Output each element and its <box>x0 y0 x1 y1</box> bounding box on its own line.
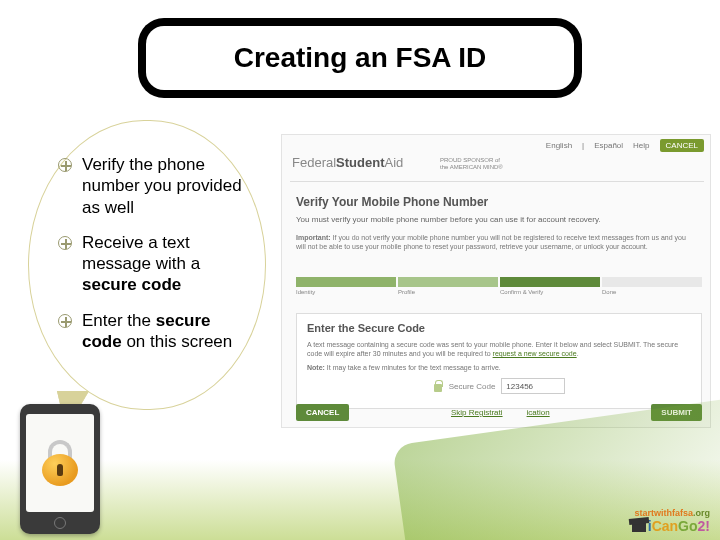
lock-icon <box>433 380 443 392</box>
cango-go: Go <box>678 518 697 534</box>
bullet-list: Verify the phone number you provided as … <box>58 154 248 366</box>
footer-logos: startwithfafsa.org iCanGo2! <box>632 508 710 534</box>
graduation-cap-icon <box>632 522 646 532</box>
skip-registration-link[interactable]: Skip Registrati <box>451 408 503 417</box>
cango-can: Can <box>652 518 678 534</box>
bullet-pre: Verify the phone number you provided as … <box>82 155 242 217</box>
bullet-pre: Receive a text message with a <box>82 233 200 273</box>
secure-code-input[interactable]: 123456 <box>501 378 565 394</box>
panel-title: Enter the Secure Code <box>307 322 691 334</box>
divider <box>290 181 704 182</box>
bullet-text: Receive a text message with a secure cod… <box>82 232 248 296</box>
bullet-text: Enter the secure code on this screen <box>82 310 248 353</box>
section-title: Verify Your Mobile Phone Number <box>296 195 488 209</box>
mid-links: Skip Registrati ication <box>451 408 550 417</box>
step-confirm: Confirm & Verify <box>500 277 600 287</box>
background-art <box>0 460 720 540</box>
sponsor-tagline: PROUD SPONSOR of the AMERICAN MIND® <box>440 157 503 170</box>
slide-title: Creating an FSA ID <box>234 42 487 74</box>
brand-student: Student <box>336 155 384 170</box>
phone-home-button-icon <box>54 517 66 529</box>
swf-mid: fafsa <box>672 508 693 518</box>
bullet-pre: Enter the <box>82 311 156 330</box>
slide: Creating an FSA ID Verify the phone numb… <box>0 0 720 540</box>
brand-aid: Aid <box>384 155 403 170</box>
step-label: Done <box>602 289 616 295</box>
icango2-logo: iCanGo2! <box>632 518 710 534</box>
bullet-item: Verify the phone number you provided as … <box>58 154 248 218</box>
panel-body-end: . <box>577 350 579 357</box>
secure-code-row: Secure Code 123456 <box>307 378 691 394</box>
step-label: Profile <box>398 289 415 295</box>
swf-org: .org <box>693 508 710 518</box>
bullet-bold: secure code <box>82 275 181 294</box>
panel-body: A text message containing a secure code … <box>307 340 691 359</box>
lang-espanol-link[interactable]: Español <box>594 141 623 150</box>
secure-code-label: Secure Code <box>449 382 496 391</box>
padlock-icon <box>40 440 80 486</box>
panel-note: Note: It may take a few minutes for the … <box>307 363 691 372</box>
cancel-button[interactable]: CANCEL <box>296 404 349 421</box>
title-inner: Creating an FSA ID <box>146 26 574 90</box>
phone-illustration <box>20 404 100 534</box>
step-done: Done <box>602 277 702 287</box>
step-label: Confirm & Verify <box>500 289 543 295</box>
step-profile: Profile <box>398 277 498 287</box>
secure-code-panel: Enter the Secure Code A text message con… <box>296 313 702 409</box>
progress-stepper: Identity Profile Confirm & Verify Done <box>296 277 702 291</box>
top-links: English | Español Help CANCEL <box>546 139 704 152</box>
swf-pre: startwith <box>634 508 672 518</box>
bullet-post: on this screen <box>122 332 233 351</box>
request-new-code-link[interactable]: request a new secure code <box>493 350 577 357</box>
bullet-text: Verify the phone number you provided as … <box>82 154 248 218</box>
lang-english-link[interactable]: English <box>546 141 572 150</box>
plus-circle-icon <box>58 158 72 172</box>
bullet-item: Enter the secure code on this screen <box>58 310 248 353</box>
phone-screen <box>26 414 94 512</box>
step-label: Identity <box>296 289 315 295</box>
step-identity: Identity <box>296 277 396 287</box>
bullet-item: Receive a text message with a secure cod… <box>58 232 248 296</box>
ication-link[interactable]: ication <box>527 408 550 417</box>
important-text: Important: Important: If you do not veri… <box>296 233 696 251</box>
brand-federal: Federal <box>292 155 336 170</box>
help-link[interactable]: Help <box>633 141 649 150</box>
fsa-brand: FederalStudentAid <box>292 155 403 170</box>
plus-circle-icon <box>58 236 72 250</box>
cancel-top-button[interactable]: CANCEL <box>660 139 704 152</box>
plus-circle-icon <box>58 314 72 328</box>
embedded-screenshot: English | Español Help CANCEL FederalStu… <box>281 134 711 428</box>
must-verify-text: You must verify your mobile phone number… <box>296 215 601 224</box>
title-callout: Creating an FSA ID <box>138 18 582 98</box>
